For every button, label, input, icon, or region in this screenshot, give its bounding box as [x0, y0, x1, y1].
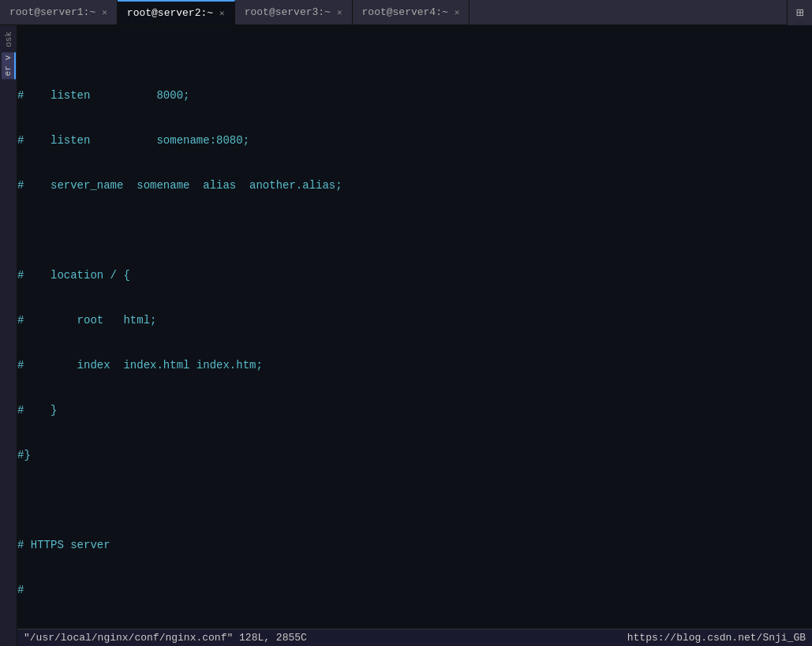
code-line: # }	[17, 403, 812, 418]
code-line: # index index.html index.htm;	[17, 358, 812, 373]
tab-close-server4[interactable]: ✕	[455, 7, 460, 17]
code-content: # listen 8000; # listen somename:8080; #…	[17, 25, 812, 646]
status-url: https://blog.csdn.net/Snji_GB	[627, 632, 806, 644]
tab-extra-icon[interactable]: ⊞	[787, 0, 812, 25]
code-line: # listen 8000;	[17, 88, 812, 103]
status-bar: "/usr/local/nginx/conf/nginx.conf" 128L,…	[17, 629, 812, 646]
tab-close-server2[interactable]: ✕	[219, 8, 225, 18]
sidebar: osk er v	[0, 25, 17, 646]
tab-server3[interactable]: root@server3:~ ✕	[235, 0, 353, 24]
terminal-area[interactable]: # listen 8000; # listen somename:8080; #…	[17, 25, 812, 646]
tab-server1[interactable]: root@server1:~ ✕	[0, 0, 118, 24]
sidebar-label-erv: er v	[2, 52, 16, 79]
tab-label-server3: root@server3:~	[245, 6, 331, 18]
code-line: #	[17, 583, 812, 598]
code-line-empty	[17, 493, 812, 508]
code-line: # location / {	[17, 268, 812, 283]
status-file-info: "/usr/local/nginx/conf/nginx.conf" 128L,…	[24, 632, 307, 644]
tab-server4[interactable]: root@server4:~ ✕	[353, 0, 470, 24]
tab-server2[interactable]: root@server2:~ ✕	[118, 0, 235, 24]
tab-label-server2: root@server2:~	[127, 7, 213, 19]
code-line: # root html;	[17, 313, 812, 328]
tab-close-server3[interactable]: ✕	[337, 7, 342, 17]
main-layout: osk er v # listen 8000; # listen somenam…	[0, 25, 812, 646]
tab-label-server4: root@server4:~	[362, 6, 448, 18]
code-line: # listen somename:8080;	[17, 133, 812, 148]
code-line: # HTTPS server	[17, 538, 812, 553]
new-tab-icon: ⊞	[796, 5, 804, 21]
code-line: #}	[17, 448, 812, 463]
sidebar-label-osk: osk	[2, 28, 15, 50]
code-line: # server_name somename alias another.ali…	[17, 178, 812, 193]
tab-close-server1[interactable]: ✕	[102, 7, 107, 17]
code-line-empty	[17, 223, 812, 238]
tab-label-server1: root@server1:~	[9, 6, 95, 18]
tab-bar: root@server1:~ ✕ root@server2:~ ✕ root@s…	[0, 0, 812, 25]
